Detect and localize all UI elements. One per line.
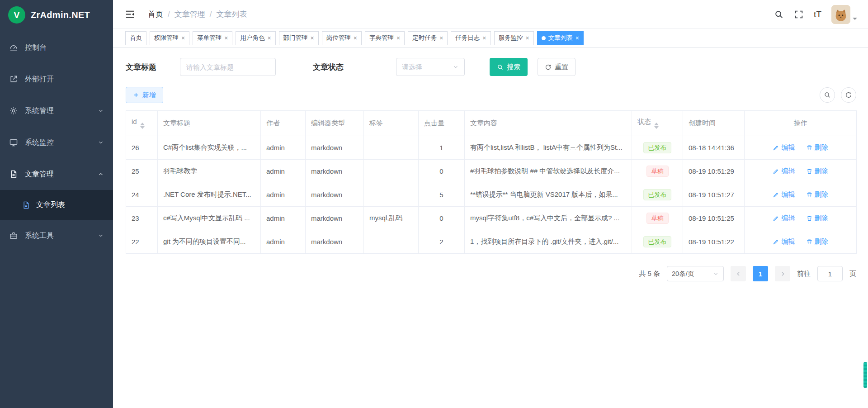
avatar xyxy=(831,5,850,24)
cell-id: 24 xyxy=(126,183,158,207)
tab-label: 定时任务 xyxy=(412,34,437,42)
breadcrumb-article-list[interactable]: 文章列表 xyxy=(216,9,247,19)
user-menu[interactable] xyxy=(831,5,857,24)
tab-user-role[interactable]: 用户角色 × xyxy=(236,31,275,45)
article-title-input[interactable] xyxy=(180,58,276,76)
toggle-search-button[interactable] xyxy=(820,87,835,103)
cell-content: mysql字符集utf8，c#写入中文后，全部显示成? ... xyxy=(465,207,632,230)
cell-tags xyxy=(364,136,419,160)
fullscreen-icon[interactable] xyxy=(794,9,804,19)
edit-button[interactable]: 编辑 xyxy=(773,143,795,152)
close-icon[interactable]: × xyxy=(439,35,443,41)
cell-author: admin xyxy=(261,136,306,160)
column-header-actions: 操作 xyxy=(745,111,857,136)
breadcrumb-article-management[interactable]: 文章管理 xyxy=(175,9,205,19)
tab-post[interactable]: 岗位管理 × xyxy=(322,31,362,45)
delete-button[interactable]: 删除 xyxy=(806,167,828,176)
close-icon[interactable]: × xyxy=(224,35,228,41)
delete-button[interactable]: 删除 xyxy=(806,143,828,152)
column-header-status[interactable]: 状态 xyxy=(632,111,683,136)
breadcrumb-home[interactable]: 首页 xyxy=(148,9,163,19)
close-icon[interactable]: × xyxy=(267,35,271,41)
tab-department[interactable]: 部门管理 × xyxy=(279,31,319,45)
cell-actions: 编辑 删除 xyxy=(745,160,857,183)
sidebar-collapse-icon[interactable] xyxy=(125,9,135,19)
close-icon[interactable]: × xyxy=(354,35,357,41)
tab-menu[interactable]: 菜单管理 × xyxy=(193,31,232,45)
page-number-1[interactable]: 1 xyxy=(753,266,768,281)
sidebar-menu: 控制台 外部打开 系统管理 系统监控 xyxy=(0,30,113,251)
app-logo[interactable]: V ZrAdmin.NET xyxy=(0,0,113,30)
edit-button[interactable]: 编辑 xyxy=(773,214,795,223)
column-header-created: 创建时间 xyxy=(683,111,745,136)
sort-icon[interactable] xyxy=(140,123,145,129)
tab-dictionary[interactable]: 字典管理 × xyxy=(365,31,405,45)
edit-button[interactable]: 编辑 xyxy=(773,190,795,199)
sort-icon[interactable] xyxy=(654,123,659,129)
add-button[interactable]: 新增 xyxy=(126,87,163,103)
document-icon xyxy=(22,201,30,209)
delete-button[interactable]: 删除 xyxy=(806,214,828,223)
tab-label: 部门管理 xyxy=(283,34,308,42)
search-icon[interactable] xyxy=(774,9,784,19)
breadcrumb: 首页 / 文章管理 / 文章列表 xyxy=(148,9,247,19)
sidebar-item-label: 系统监控 xyxy=(25,138,54,147)
filter-bar: 文章标题 文章状态 请选择 搜索 重置 xyxy=(113,47,868,76)
font-size-icon[interactable]: tT xyxy=(814,9,821,19)
cell-content: #羽毛球拍参数说明 ## 中管软硬选择以及长度介... xyxy=(465,160,632,183)
column-header-tags: 标签 xyxy=(364,111,419,136)
close-icon[interactable]: × xyxy=(526,35,529,41)
cell-editor: markdown xyxy=(306,183,364,207)
cell-editor: markdown xyxy=(306,230,364,254)
sidebar-item-system-tools[interactable]: 系统工具 xyxy=(0,220,113,251)
column-header-title: 文章标题 xyxy=(158,111,261,136)
tab-scheduled-task[interactable]: 定时任务 × xyxy=(408,31,448,45)
sidebar-item-external-open[interactable]: 外部打开 xyxy=(0,63,113,95)
cell-editor: markdown xyxy=(306,136,364,160)
close-icon[interactable]: × xyxy=(482,35,486,41)
edit-button[interactable]: 编辑 xyxy=(773,167,795,176)
tab-task-log[interactable]: 任务日志 × xyxy=(451,31,491,45)
close-icon[interactable]: × xyxy=(311,35,314,41)
next-page-button[interactable] xyxy=(775,266,790,281)
sidebar-subitem-article-list[interactable]: 文章列表 xyxy=(0,190,113,220)
reset-button[interactable]: 重置 xyxy=(538,58,576,76)
column-header-id[interactable]: id xyxy=(126,111,158,136)
close-icon[interactable]: × xyxy=(576,35,579,41)
prev-page-button[interactable] xyxy=(731,266,746,281)
sidebar-item-dashboard[interactable]: 控制台 xyxy=(0,32,113,63)
sidebar-item-label: 文章管理 xyxy=(25,170,54,179)
sidebar-item-article-management[interactable]: 文章管理 xyxy=(0,158,113,190)
close-icon[interactable]: × xyxy=(396,35,400,41)
scrollbar-thumb[interactable] xyxy=(863,362,867,388)
sidebar-item-system-monitor[interactable]: 系统监控 xyxy=(0,127,113,158)
cell-created: 08-19 10:51:29 xyxy=(683,160,745,183)
document-icon xyxy=(9,170,18,179)
tab-label: 岗位管理 xyxy=(326,34,351,42)
article-status-select[interactable]: 请选择 xyxy=(396,58,465,76)
app-title: ZrAdmin.NET xyxy=(31,10,90,20)
tab-home[interactable]: 首页 xyxy=(125,31,146,45)
search-button[interactable]: 搜索 xyxy=(490,58,528,76)
tab-service-monitor[interactable]: 服务监控 × xyxy=(494,31,534,45)
tab-article-list[interactable]: 文章列表 × xyxy=(537,31,584,45)
goto-label: 前往 xyxy=(797,270,811,278)
cell-title: git 为不同的项目设置不同... xyxy=(158,230,261,254)
page-size-select[interactable]: 20条/页 xyxy=(667,266,724,281)
table-row: 25 羽毛球教学 admin markdown 0 #羽毛球拍参数说明 ## 中… xyxy=(126,160,857,183)
pagination-total: 共 5 条 xyxy=(639,270,660,278)
edit-button[interactable]: 编辑 xyxy=(773,237,795,246)
chevron-down-icon xyxy=(98,139,104,146)
sidebar-item-label: 控制台 xyxy=(25,43,47,52)
delete-button[interactable]: 删除 xyxy=(806,190,828,199)
cell-created: 08-19 10:51:27 xyxy=(683,183,745,207)
column-header-hits: 点击量 xyxy=(419,111,465,136)
goto-page-input[interactable] xyxy=(817,266,843,281)
close-icon[interactable]: × xyxy=(181,35,185,41)
tab-label: 文章列表 xyxy=(548,34,573,42)
article-title-label: 文章标题 xyxy=(126,62,156,72)
tab-permission[interactable]: 权限管理 × xyxy=(150,31,189,45)
refresh-button[interactable] xyxy=(841,87,856,103)
delete-button[interactable]: 删除 xyxy=(806,237,828,246)
sidebar-item-system-management[interactable]: 系统管理 xyxy=(0,95,113,127)
